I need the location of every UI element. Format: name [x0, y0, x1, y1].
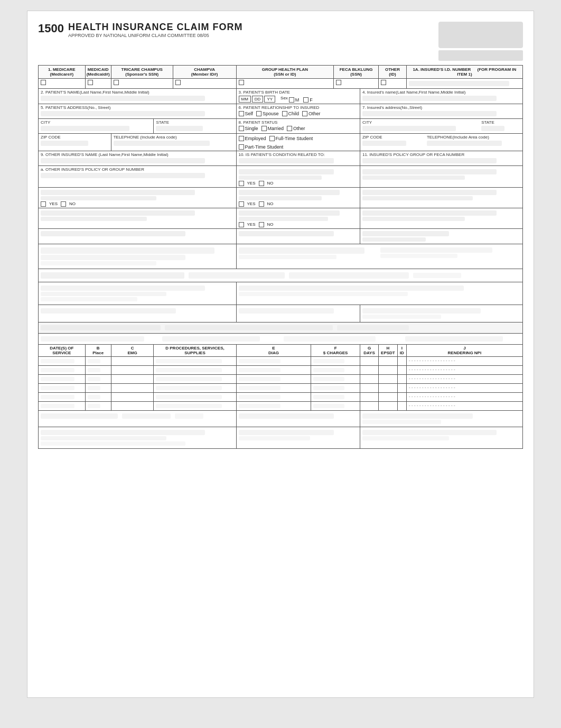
diag-4	[405, 335, 520, 343]
sig-14-right	[236, 282, 523, 305]
champva-cell: CHAMPVA (Member ID#)	[173, 66, 236, 79]
medicare-cell: 1. MEDICARE (Medicare#)	[39, 66, 86, 79]
rel-other-radio[interactable]	[302, 111, 307, 116]
provider-city-val	[41, 441, 185, 446]
tricare-check-cell	[111, 79, 173, 89]
patient-state-value	[156, 126, 202, 131]
service-2-units	[360, 366, 378, 375]
zip-phone-row: ZIP CODE TELEPHONE (Include Area code) E…	[39, 134, 523, 151]
main-form-table: 1. MEDICARE (Medicare#) MEDICAID (Medica…	[38, 65, 523, 449]
insured-id-value	[409, 81, 509, 86]
part-time-radio[interactable]	[239, 144, 244, 150]
blurred-row-9: YES NO YES NO	[39, 188, 523, 208]
blurred-9-mid: YES NO	[236, 188, 360, 208]
date-sig-mid	[236, 305, 360, 322]
service-5-units	[360, 393, 378, 402]
rel-spouse-radio[interactable]	[256, 111, 261, 116]
other-check-cell	[379, 79, 407, 89]
service-3-diag	[236, 375, 311, 384]
service-2-id	[397, 366, 406, 375]
condition-a-no[interactable]	[259, 181, 264, 186]
service-3-npi: ------------------	[406, 375, 522, 384]
insured-city-state-cell: CITY STATE	[360, 119, 522, 134]
service-header-charges: F$ CHARGES	[311, 345, 360, 357]
status-other-radio[interactable]	[287, 126, 292, 131]
medicaid-cell: MEDICAID (Medicaid#)	[85, 66, 111, 79]
full-time-radio[interactable]	[269, 136, 275, 141]
employment-group: Employed Full-Time Student Part-Time Stu…	[239, 136, 358, 150]
group-radio[interactable]	[239, 80, 244, 85]
diag-1	[41, 335, 156, 343]
blurred-9-mid-yes[interactable]	[239, 201, 244, 207]
totals-left-content	[41, 412, 234, 420]
patient-state-cell: STATE	[154, 119, 236, 134]
rel-self-radio[interactable]	[239, 111, 244, 116]
policy-value	[362, 158, 497, 163]
status-single-option: Single	[239, 126, 258, 131]
service-1-date	[39, 357, 86, 366]
patient-status-group: Single Married Other	[239, 126, 358, 131]
condition-a-yes[interactable]	[239, 181, 244, 186]
group-check-cell	[236, 79, 334, 89]
diagnosis-header-row	[39, 322, 523, 334]
condition-related-cell: 10. IS PATIENT'S CONDITION RELATED TO:	[236, 151, 360, 166]
employed-radio[interactable]	[239, 136, 244, 141]
other-insured-name-cell: 9. OTHER INSURED'S NAME (Last Name,First…	[39, 151, 237, 166]
champva-radio[interactable]	[175, 80, 181, 85]
status-single-radio[interactable]	[239, 126, 244, 131]
rel-child-radio[interactable]	[282, 111, 287, 116]
medicaid-check-cell	[85, 79, 111, 89]
medicare-check-cell	[39, 79, 86, 89]
blurred-12-right	[236, 244, 523, 269]
totals-row	[39, 411, 523, 427]
blurred-10-left	[39, 208, 237, 229]
service-2-proc	[154, 366, 236, 375]
insurance-type-row: 1. MEDICARE (Medicare#) MEDICAID (Medica…	[39, 66, 523, 79]
service-line-2: ------------------	[39, 366, 523, 375]
service-2-charges	[311, 366, 360, 375]
sex-m-radio[interactable]	[289, 97, 294, 103]
relationship-cell: 6. PATIENT RELATIONSHIP TO INSURED Self …	[236, 104, 360, 119]
service-4-proc	[154, 384, 236, 393]
blurred-11-left	[39, 229, 237, 244]
blurred-12-left	[39, 244, 237, 269]
blurred-9-no[interactable]	[61, 201, 66, 207]
service-1-diag	[236, 357, 311, 366]
service-1-emg	[111, 357, 154, 366]
form-title-block: HEALTH INSURANCE CLAIM FORM APPROVED BY …	[68, 22, 243, 38]
tricare-radio[interactable]	[114, 80, 119, 85]
service-header-units: GDAYS	[360, 345, 378, 357]
blurred-10-yes[interactable]	[239, 222, 244, 227]
signature-row-14	[39, 282, 523, 305]
patient-address-cell: 5. PATIENT'S ADDRESS(No., Street)	[39, 104, 237, 119]
birth-date-fields: MM DD YY Sex M F	[239, 96, 358, 103]
service-4-date	[39, 384, 86, 393]
service-4-id	[397, 384, 406, 393]
service-3-units	[360, 375, 378, 384]
service-6-emg	[111, 402, 154, 411]
blurred-10-no[interactable]	[259, 222, 264, 227]
service-2-place	[85, 366, 111, 375]
service-3-epsdt	[379, 375, 398, 384]
diag-2	[162, 335, 277, 343]
other-radio[interactable]	[381, 80, 386, 85]
service-5-diag	[236, 393, 311, 402]
blurred-row-12	[39, 244, 523, 269]
feca-check-cell	[334, 79, 379, 89]
blurred-9-mid-no[interactable]	[259, 201, 264, 207]
policy-a-cell	[360, 166, 522, 188]
blurred-9-yes[interactable]	[41, 201, 46, 207]
medicare-radio[interactable]	[41, 80, 46, 85]
status-married-radio[interactable]	[261, 126, 267, 131]
blurred-11-right	[360, 229, 522, 244]
champva-check-cell	[173, 79, 236, 89]
logo-placeholder-top	[438, 22, 523, 48]
feca-cell: FECA BLKLUNG (SSN)	[334, 66, 379, 79]
diagnosis-codes-cell	[39, 334, 523, 345]
blurred-row-13	[39, 269, 523, 282]
feca-radio[interactable]	[336, 80, 341, 85]
medicaid-radio[interactable]	[88, 80, 93, 85]
provider-row	[39, 427, 523, 449]
blurred-12-right-1	[239, 246, 379, 260]
sex-f-radio[interactable]	[303, 97, 308, 103]
